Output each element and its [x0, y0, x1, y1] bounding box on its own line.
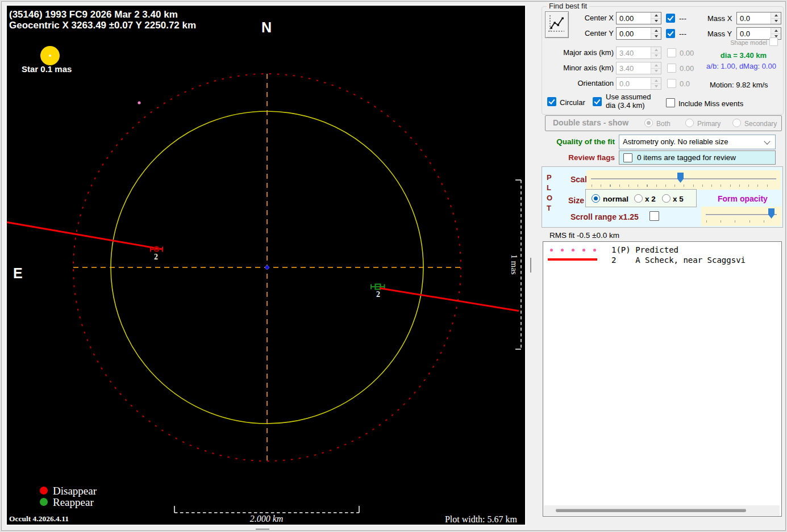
- center-y-lock-label: ---: [679, 30, 686, 38]
- form-opacity-slider-thumb[interactable]: [768, 208, 774, 219]
- major-axis-label: Major axis (km): [547, 48, 614, 57]
- center-x-down-button[interactable]: [651, 19, 661, 24]
- circular-label: Circular: [560, 98, 585, 107]
- mass-y-up-button[interactable]: [771, 28, 781, 34]
- minor-axis-up-button[interactable]: [651, 62, 661, 69]
- minor-axis-fit-checkbox[interactable]: [667, 64, 676, 73]
- shape-model-label: Shape model: [723, 39, 767, 46]
- occultation-plot[interactable]: 2 2 (35146) 1993 FC9 2026 Mar 2 3.40 km …: [6, 5, 526, 526]
- double-stars-title: Double stars - show: [553, 118, 628, 127]
- chord-row1-text[interactable]: 1(P) Predicted: [611, 245, 678, 254]
- center-x-label: Center X: [569, 14, 614, 22]
- chord-listbox[interactable]: 1(P) Predicted 2 A Scheck, near Scaggsvi: [543, 241, 782, 517]
- chord-row2-sample-solid: [548, 258, 597, 261]
- center-x-lock-label: ---: [679, 14, 686, 23]
- center-y-input[interactable]: 0.00: [616, 27, 661, 40]
- minor-axis-value: 3.40: [619, 64, 634, 73]
- plot-title-line2: Geocentric X 3263.49 ±0.07 Y 2250.72 km: [9, 20, 196, 31]
- fit-chart-icon: [546, 12, 567, 36]
- quality-selected-value: Astrometry only. No reliable size: [623, 137, 728, 146]
- center-y-value: 0.00: [619, 30, 634, 38]
- size-x2-radio[interactable]: [634, 194, 643, 203]
- reappear-legend-label: Reappear: [53, 496, 94, 508]
- orientation-down-button[interactable]: [651, 84, 661, 90]
- double-stars-both-label: Both: [656, 120, 671, 128]
- use-assumed-dia-checkbox[interactable]: [593, 97, 602, 106]
- plot-canvas: 2 2 (35146) 1993 FC9 2026 Mar 2 3.40 km …: [7, 6, 525, 525]
- major-axis-down-button[interactable]: [651, 53, 661, 59]
- double-stars-primary-radio[interactable]: [685, 119, 694, 127]
- scale-slider-thumb[interactable]: [677, 173, 684, 183]
- chevron-down-icon: [764, 138, 770, 144]
- major-axis-aux-label: 0.00: [680, 49, 694, 57]
- review-flags-checkbox[interactable]: [623, 153, 632, 162]
- mass-x-input[interactable]: 0.0: [736, 12, 781, 24]
- review-flags-box: 0 items are tagged for review: [619, 150, 776, 165]
- center-x-input[interactable]: 0.00: [616, 12, 661, 24]
- scroll-range-label: Scroll range x1.25: [571, 212, 639, 221]
- orientation-input[interactable]: 0.0: [616, 77, 661, 90]
- shape-model-checkbox[interactable]: [769, 37, 778, 46]
- disappear-legend-dot: [40, 487, 48, 495]
- mass-y-label: Mass Y: [707, 30, 732, 38]
- occult-fit-window: { "plot": { "title_line1": "(35146) 1993…: [0, 0, 787, 532]
- include-miss-label: Include Miss events: [678, 99, 743, 108]
- quality-label: Quality of the fit: [541, 137, 615, 146]
- plot-vertical-letter-t: T: [547, 204, 551, 212]
- double-stars-secondary-radio[interactable]: [732, 119, 741, 127]
- size-normal-radio[interactable]: [592, 194, 600, 203]
- circular-checkbox[interactable]: [547, 97, 556, 106]
- chord-list-hscrollbar[interactable]: [544, 505, 780, 516]
- orientation-fit-checkbox[interactable]: [667, 79, 676, 88]
- center-y-up-button[interactable]: [651, 28, 661, 34]
- center-y-down-button[interactable]: [651, 34, 661, 40]
- mas-scale-label: 1 mas: [510, 254, 519, 275]
- mass-x-value: 0.0: [740, 14, 750, 23]
- double-stars-both-radio[interactable]: [644, 119, 653, 127]
- major-axis-input[interactable]: 3.40: [616, 47, 661, 59]
- major-axis-fit-checkbox[interactable]: [667, 48, 676, 57]
- center-x-fit-checkbox[interactable]: [666, 14, 675, 23]
- orientation-label: Orientation: [547, 79, 614, 87]
- rms-fit-readout: RMS fit -0.5 ±0.0 km: [549, 231, 619, 240]
- mass-y-value: 0.0: [740, 30, 750, 38]
- major-axis-up-button[interactable]: [651, 47, 661, 53]
- form-opacity-slider[interactable]: [701, 207, 781, 226]
- bottom-splitter-grip[interactable]: [256, 529, 269, 530]
- mass-x-up-button[interactable]: [771, 12, 781, 19]
- center-dot: [265, 266, 269, 269]
- quality-dropdown[interactable]: Astrometry only. No reliable size: [619, 135, 776, 149]
- minor-axis-down-button[interactable]: [651, 69, 661, 74]
- orientation-up-button[interactable]: [651, 78, 661, 84]
- run-fit-button[interactable]: [545, 11, 569, 38]
- minor-axis-aux-label: 0.00: [680, 64, 694, 73]
- size-normal-label: normal: [603, 195, 628, 203]
- dia-readout: dia = 3.40 km: [706, 51, 781, 60]
- review-flags-label: Review flags: [541, 153, 615, 162]
- use-assumed-dia-label-line1: Use assumed: [606, 93, 651, 101]
- scroll-range-checkbox[interactable]: [649, 211, 659, 221]
- size-x5-radio[interactable]: [662, 194, 671, 203]
- form-opacity-slider-track: [706, 214, 777, 215]
- orientation-value: 0.0: [619, 79, 630, 88]
- use-assumed-dia-label-line2: dia (3.4 km): [606, 101, 645, 110]
- chord-2-line-east: [380, 288, 519, 311]
- major-axis-value: 3.40: [619, 49, 634, 57]
- plot-width-label: Plot width: 5.67 km: [445, 514, 518, 524]
- orientation-aux-label: 0.0: [680, 79, 690, 88]
- mass-x-down-button[interactable]: [771, 19, 781, 24]
- center-x-up-button[interactable]: [651, 12, 661, 19]
- minor-axis-input[interactable]: 3.40: [616, 62, 661, 74]
- scale-slider[interactable]: [586, 170, 781, 190]
- center-x-value: 0.00: [619, 14, 634, 23]
- include-miss-checkbox[interactable]: [666, 98, 675, 107]
- chord-row2-text[interactable]: 2 A Scheck, near Scaggsvi: [611, 255, 746, 265]
- east-label: E: [13, 265, 23, 281]
- panel-splitter-grip[interactable]: [530, 258, 531, 273]
- chord-list-hscroll-thumb[interactable]: [556, 509, 746, 512]
- north-label: N: [261, 19, 272, 35]
- plot-controls-panel: P L O T Scale Size normal x 2 x 5 Form o…: [542, 166, 783, 228]
- center-y-fit-checkbox[interactable]: [666, 29, 675, 38]
- size-x2-label: x 2: [645, 195, 656, 203]
- form-opacity-slider-ticks: [706, 220, 777, 223]
